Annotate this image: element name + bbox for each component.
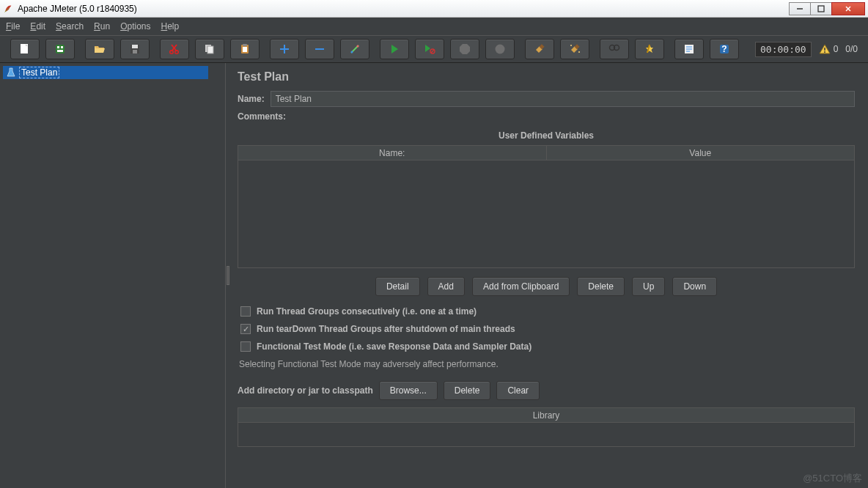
- clear-all-button[interactable]: [560, 39, 589, 59]
- menu-run[interactable]: Run: [94, 21, 110, 32]
- svg-point-15: [175, 51, 179, 54]
- new-button[interactable]: [10, 39, 40, 59]
- variables-table[interactable]: Name: Value: [238, 145, 855, 268]
- svg-text:?: ?: [721, 44, 727, 54]
- add-button[interactable]: Add: [427, 277, 465, 296]
- collapse-button[interactable]: [305, 39, 334, 59]
- library-header: Library: [238, 408, 854, 423]
- clear-button[interactable]: [525, 39, 554, 59]
- library-table[interactable]: Library: [238, 407, 855, 447]
- functional-checkbox[interactable]: [240, 341, 251, 352]
- minimize-button[interactable]: [789, 2, 811, 15]
- toolbar: ? 00:00:00 0 0/0: [0, 35, 868, 63]
- svg-rect-17: [207, 46, 213, 53]
- svg-point-32: [570, 45, 572, 46]
- up-button[interactable]: Up: [632, 277, 665, 296]
- panel-title: Test Plan: [238, 70, 855, 84]
- warning-icon: [819, 43, 831, 55]
- consecutive-label: Run Thread Groups consecutively (i.e. on…: [257, 306, 477, 317]
- delete-button[interactable]: Delete: [577, 277, 625, 296]
- templates-button[interactable]: [45, 39, 75, 59]
- menu-help[interactable]: Help: [161, 21, 180, 32]
- detail-button[interactable]: Detail: [375, 277, 420, 296]
- active-threads: 0/0: [845, 44, 858, 54]
- name-label: Name:: [238, 94, 265, 104]
- name-input[interactable]: [271, 91, 855, 107]
- search-tree-button[interactable]: [600, 39, 629, 59]
- svg-point-44: [824, 51, 825, 53]
- window-titlebar: Apache JMeter (5.0 r1840935): [0, 0, 868, 18]
- teardown-checkbox[interactable]: [240, 324, 251, 334]
- svg-rect-6: [57, 46, 59, 48]
- paste-button[interactable]: [230, 39, 260, 59]
- udv-title: User Defined Variables: [238, 130, 855, 141]
- shutdown-button[interactable]: [485, 39, 515, 59]
- main-panel: Test Plan Name: Comments: User Defined V…: [230, 63, 868, 488]
- svg-rect-10: [132, 45, 138, 48]
- app-icon: [3, 4, 13, 14]
- svg-rect-7: [61, 46, 63, 48]
- svg-point-29: [496, 45, 505, 54]
- browse-button[interactable]: Browse...: [379, 381, 438, 400]
- svg-rect-1: [818, 6, 824, 12]
- reset-search-button[interactable]: [635, 39, 664, 59]
- functional-note: Selecting Functional Test Mode may adver…: [238, 359, 855, 369]
- help-button[interactable]: ?: [710, 39, 739, 59]
- svg-rect-20: [243, 47, 247, 52]
- functional-label: Functional Test Mode (i.e. save Response…: [257, 341, 532, 352]
- svg-point-33: [578, 51, 580, 53]
- maximize-button[interactable]: [810, 2, 832, 15]
- svg-rect-19: [243, 44, 247, 46]
- toggle-button[interactable]: [340, 39, 369, 59]
- tree-root-label: Test Plan: [19, 67, 59, 78]
- down-button[interactable]: Down: [672, 277, 717, 296]
- comments-label: Comments:: [238, 111, 286, 122]
- copy-button[interactable]: [195, 39, 224, 59]
- window-title: Apache JMeter (5.0 r1840935): [18, 4, 790, 14]
- svg-point-25: [351, 51, 353, 53]
- tree-root-item[interactable]: Test Plan: [3, 66, 208, 79]
- menu-search[interactable]: Search: [56, 21, 84, 32]
- start-no-pause-button[interactable]: [415, 39, 444, 59]
- function-helper-button[interactable]: [674, 39, 704, 59]
- svg-rect-5: [56, 45, 65, 53]
- col-name[interactable]: Name:: [238, 146, 547, 160]
- clear-classpath-button[interactable]: Clear: [496, 381, 540, 400]
- flask-icon: [6, 67, 16, 78]
- elapsed-time: 00:00:00: [755, 42, 812, 57]
- classpath-delete-button[interactable]: Delete: [444, 381, 491, 400]
- svg-point-26: [357, 45, 359, 48]
- svg-point-14: [170, 51, 174, 54]
- start-button[interactable]: [380, 39, 409, 59]
- add-from-clipboard-button[interactable]: Add from Clipboard: [472, 277, 570, 296]
- teardown-label: Run tearDown Thread Groups after shutdow…: [257, 324, 515, 334]
- tree-panel[interactable]: Test Plan: [0, 63, 226, 488]
- svg-line-28: [431, 50, 434, 53]
- expand-button[interactable]: [270, 39, 299, 59]
- col-value[interactable]: Value: [547, 146, 855, 160]
- save-button[interactable]: [120, 39, 150, 59]
- svg-rect-8: [57, 50, 63, 52]
- consecutive-checkbox[interactable]: [240, 306, 251, 317]
- menu-edit[interactable]: Edit: [30, 21, 45, 32]
- classpath-label: Add directory or jar to classpath: [238, 385, 373, 396]
- menu-options[interactable]: Options: [120, 21, 150, 32]
- cut-button[interactable]: [160, 39, 189, 59]
- stop-button[interactable]: [450, 39, 479, 59]
- svg-rect-11: [133, 50, 137, 53]
- menu-file[interactable]: File: [6, 21, 20, 32]
- close-button[interactable]: [831, 2, 865, 15]
- menubar: File Edit Search Run Options Help: [0, 18, 868, 35]
- open-button[interactable]: [85, 39, 114, 59]
- warning-count: 0: [834, 44, 839, 54]
